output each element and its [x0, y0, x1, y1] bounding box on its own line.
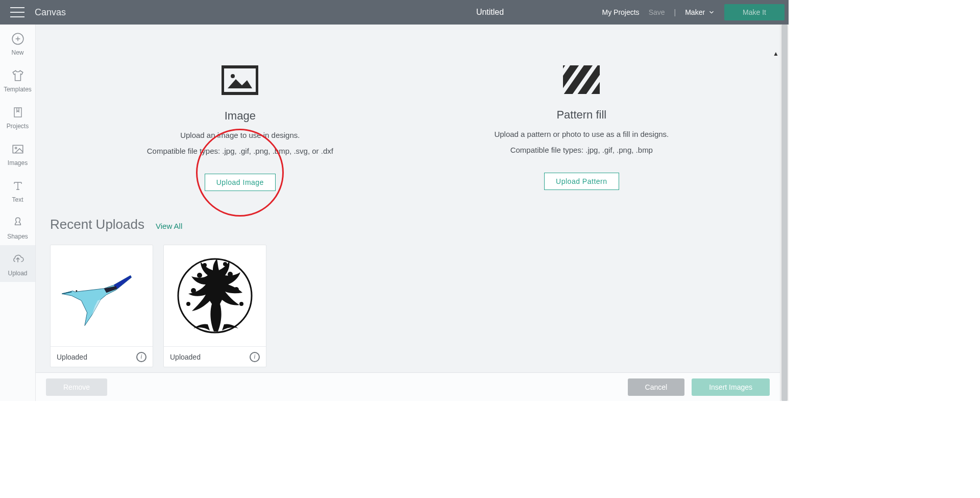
- svg-point-7: [231, 74, 235, 78]
- info-icon[interactable]: i: [250, 352, 260, 362]
- svg-point-19: [191, 288, 196, 293]
- sidebar-item-projects[interactable]: Projects: [0, 98, 35, 135]
- svg-point-14: [76, 290, 77, 292]
- svg-rect-3: [14, 108, 21, 117]
- upload-image-button[interactable]: Upload Image: [205, 174, 276, 191]
- sidebar-item-label: Shapes: [7, 233, 28, 240]
- image-icon: [11, 142, 25, 156]
- thumbnail-status: Uploaded: [170, 353, 201, 361]
- app-brand: Canvas: [35, 7, 66, 18]
- cloud-upload-icon: [11, 252, 25, 267]
- sidebar-item-label: Upload: [8, 270, 27, 277]
- remove-button[interactable]: Remove: [46, 378, 107, 396]
- upload-pattern-button[interactable]: Upload Pattern: [544, 173, 619, 190]
- svg-rect-4: [13, 145, 23, 153]
- upload-pattern-types: Compatible file types: .jpg, .gif, .png,…: [510, 146, 653, 154]
- upload-thumbnail[interactable]: Uploaded i: [50, 245, 153, 367]
- chevron-down-icon: [708, 9, 715, 16]
- my-projects-link[interactable]: My Projects: [602, 8, 640, 16]
- upload-image-desc: Upload an image to use in designs.: [180, 131, 300, 139]
- upload-pattern-title: Pattern fill: [556, 108, 606, 122]
- scroll-up-icon[interactable]: ▲: [773, 50, 779, 57]
- sidebar-item-images[interactable]: Images: [0, 135, 35, 172]
- svg-point-17: [197, 273, 202, 278]
- svg-point-18: [228, 272, 233, 277]
- vertical-scrollbar[interactable]: [780, 25, 789, 401]
- shirt-icon: [11, 68, 25, 83]
- thumbnail-preview-tree: [164, 245, 266, 346]
- upload-pattern-desc: Upload a pattern or photo to use as a fi…: [494, 130, 669, 138]
- svg-point-23: [186, 302, 190, 306]
- sidebar-item-new[interactable]: New: [0, 25, 35, 61]
- sidebar-item-upload[interactable]: Upload: [0, 245, 35, 282]
- pattern-stripes-icon: [563, 65, 600, 94]
- make-it-button: Make It: [724, 4, 785, 20]
- thumbnail-preview-hummingbird: [51, 245, 153, 346]
- svg-point-20: [234, 287, 239, 292]
- sidebar-item-label: Projects: [7, 123, 29, 130]
- footer-bar: Remove Cancel Insert Images: [36, 372, 780, 401]
- svg-point-5: [15, 147, 16, 149]
- sidebar-item-label: Templates: [4, 86, 32, 93]
- machine-dropdown[interactable]: Maker: [685, 8, 715, 16]
- svg-point-21: [203, 263, 207, 267]
- upload-pattern-section: Pattern fill Upload a pattern or photo t…: [494, 65, 669, 191]
- sidebar-item-label: Text: [12, 196, 23, 203]
- cancel-button[interactable]: Cancel: [628, 378, 685, 396]
- sidebar-item-label: New: [11, 49, 23, 56]
- upload-image-section: Image Upload an image to use in designs.…: [147, 65, 333, 191]
- plus-circle-icon: [11, 32, 25, 46]
- shapes-icon: [11, 216, 25, 230]
- upload-thumbnail[interactable]: Uploaded i: [163, 245, 266, 367]
- info-icon[interactable]: i: [136, 352, 146, 362]
- text-icon: [11, 179, 25, 193]
- thumbnail-status: Uploaded: [57, 353, 87, 361]
- annotation-circle: [196, 129, 284, 217]
- insert-images-button[interactable]: Insert Images: [692, 378, 770, 396]
- svg-point-24: [239, 302, 243, 306]
- main-panel: ▲ Image Upload an image to use in design…: [36, 25, 780, 401]
- save-link: Save: [649, 8, 665, 16]
- sidebar-item-text[interactable]: Text: [0, 172, 35, 208]
- view-all-link[interactable]: View All: [156, 222, 182, 230]
- upload-image-title: Image: [225, 109, 256, 123]
- machine-label: Maker: [685, 8, 705, 16]
- sidebar-item-shapes[interactable]: Shapes: [0, 208, 35, 245]
- top-bar: Canvas Untitled My Projects Save | Maker…: [0, 0, 789, 25]
- bookmark-icon: [11, 105, 25, 120]
- sidebar-item-label: Images: [8, 159, 28, 167]
- recent-uploads-title: Recent Uploads: [50, 217, 144, 232]
- scrollbar-thumb[interactable]: [781, 25, 788, 401]
- svg-point-22: [223, 262, 227, 266]
- upload-image-types: Compatible file types: .jpg, .gif, .png,…: [147, 147, 333, 155]
- sidebar-item-templates[interactable]: Templates: [0, 61, 35, 98]
- svg-rect-6: [223, 67, 257, 93]
- picture-frame-icon: [222, 65, 258, 95]
- hamburger-icon[interactable]: [10, 7, 24, 17]
- project-title[interactable]: Untitled: [476, 8, 504, 17]
- separator: |: [674, 8, 676, 16]
- left-sidebar: New Templates Projects Images Text: [0, 25, 36, 401]
